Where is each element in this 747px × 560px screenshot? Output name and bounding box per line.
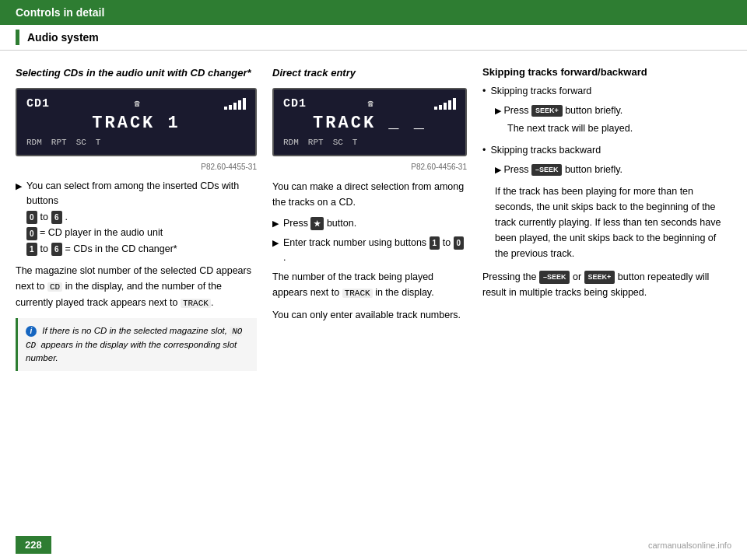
mono-nocd: NO CD bbox=[26, 327, 242, 350]
right-bullet-2: • Skipping tracks backward bbox=[482, 143, 731, 158]
left-bullet-1: ▶ You can select from among the inserted… bbox=[16, 179, 257, 258]
info-text: If there is no CD in the selected magazi… bbox=[26, 326, 242, 362]
display-top-2: CD1 ☎ bbox=[283, 97, 456, 110]
cd-label-2: CD1 bbox=[283, 97, 307, 110]
cd-label-1: CD1 bbox=[26, 97, 50, 110]
star-btn: ★ bbox=[310, 217, 324, 230]
sub-header-accent bbox=[16, 30, 19, 45]
btn-range: 0 to 6 . bbox=[26, 210, 257, 225]
phone-icon-2: ☎ bbox=[367, 98, 373, 110]
t-2: T bbox=[352, 138, 358, 147]
track-text-1: TRACK 1 bbox=[26, 114, 246, 133]
sub-bullet-1: ▶ Press SEEK+ button briefly. bbox=[495, 103, 731, 118]
mid-column: Direct track entry CD1 ☎ TRACK _ _ RDM R… bbox=[272, 66, 467, 541]
btn-note1: 0 = CD player in the audio unit bbox=[26, 226, 257, 240]
watermark: carmanualsonline.info bbox=[648, 541, 731, 550]
right-column: Skipping tracks forward/backward • Skipp… bbox=[482, 66, 731, 541]
left-body: ▶ You can select from among the inserted… bbox=[16, 179, 257, 371]
rpt-2: RPT bbox=[308, 138, 324, 147]
left-paragraph-1: The magazine slot number of the selected… bbox=[16, 263, 257, 310]
right-bullet-1-label: Skipping tracks forward bbox=[490, 84, 591, 99]
cd-display-2: CD1 ☎ TRACK _ _ RDM RPT SC T bbox=[272, 88, 467, 156]
btn-zero-mid: 0 bbox=[454, 236, 465, 250]
page-number: 228 bbox=[16, 536, 51, 554]
signal-bars-1 bbox=[224, 98, 246, 110]
mid-bullet-2-text: Enter track number using buttons 1 to 0 … bbox=[283, 236, 467, 265]
display-top-1: CD1 ☎ bbox=[26, 97, 246, 110]
bar4-2 bbox=[448, 100, 451, 110]
right-paragraph-2: If the track has been playing for more t… bbox=[495, 184, 731, 261]
arrow-1: ▶ bbox=[16, 180, 22, 258]
sub-bullet-1-note: The next track will be played. bbox=[507, 121, 731, 136]
rdm-1: RDM bbox=[26, 138, 42, 147]
right-bullet-1: • Skipping tracks forward bbox=[482, 84, 731, 99]
sub-bullet-2: ▶ Press –SEEK button briefly. bbox=[495, 163, 731, 177]
arrow-mid-2: ▶ bbox=[272, 236, 279, 265]
seek-plus-btn-2: SEEK+ bbox=[584, 271, 615, 283]
arrow-mid-1: ▶ bbox=[272, 217, 279, 231]
right-paragraph-3: Pressing the –SEEK or SEEK+ button repea… bbox=[482, 269, 731, 300]
right-section-title: Skipping tracks forward/backward bbox=[482, 66, 731, 78]
main-content: Selecting CDs in the audio unit with CD … bbox=[0, 51, 747, 548]
mid-bullet-1-text: Press ★ button. bbox=[283, 216, 356, 231]
header-bar: Controls in detail bbox=[0, 0, 747, 25]
left-section-title: Selecting CDs in the audio unit with CD … bbox=[16, 66, 257, 80]
display-caption-2: P82.60-4456-31 bbox=[272, 163, 467, 171]
mid-paragraph-1: You can make a direct selection from amo… bbox=[272, 179, 467, 210]
rdm-2: RDM bbox=[283, 138, 299, 147]
track-text-2: TRACK _ _ bbox=[283, 114, 456, 133]
left-column: Selecting CDs in the audio unit with CD … bbox=[16, 66, 257, 541]
btn-note2: 1 to 6 = CDs in the CD changer* bbox=[26, 242, 257, 257]
bar1-2 bbox=[434, 107, 437, 110]
mono-track-mid: TRACK bbox=[342, 289, 373, 298]
arrow-right-1: ▶ bbox=[495, 106, 501, 115]
rpt-1: RPT bbox=[51, 138, 67, 147]
seek-minus-btn-2: –SEEK bbox=[539, 271, 570, 283]
bar1 bbox=[224, 107, 227, 110]
bottom-row-1: RDM RPT SC T bbox=[26, 138, 246, 147]
bar5 bbox=[243, 98, 246, 110]
left-bullet-1-text: You can select from among the inserted C… bbox=[26, 179, 257, 258]
mono-cd: CD bbox=[47, 282, 62, 292]
right-bullet-2-label: Skipping tracks backward bbox=[490, 143, 601, 158]
bar2 bbox=[229, 105, 232, 110]
mono-track: TRACK bbox=[181, 299, 211, 308]
btn-six-2: 6 bbox=[51, 243, 62, 256]
seek-minus-btn: –SEEK bbox=[531, 164, 563, 177]
bottom-row-2: RDM RPT SC T bbox=[283, 138, 456, 147]
display-caption-1: P82.60-4455-31 bbox=[16, 163, 257, 171]
header-title: Controls in detail bbox=[16, 6, 104, 19]
bar4 bbox=[238, 100, 241, 110]
seek-plus-btn: SEEK+ bbox=[531, 105, 563, 117]
bar3 bbox=[233, 103, 237, 110]
sc-1: SC bbox=[76, 138, 86, 147]
btn-zero: 0 bbox=[26, 211, 37, 224]
info-box: i If there is no CD in the selected maga… bbox=[16, 318, 257, 371]
btn-zero-2: 0 bbox=[26, 227, 37, 240]
btn-six: 6 bbox=[51, 211, 62, 224]
bar3-2 bbox=[444, 103, 447, 110]
btn-one-mid: 1 bbox=[430, 236, 440, 250]
mid-section-title: Direct track entry bbox=[272, 66, 467, 80]
mid-paragraph-2: The number of the track being played app… bbox=[272, 269, 467, 301]
info-icon: i bbox=[26, 326, 37, 337]
btn-one: 1 bbox=[26, 243, 37, 256]
sub-header: Audio system bbox=[0, 25, 747, 51]
mid-bullet-2: ▶ Enter track number using buttons 1 to … bbox=[272, 236, 467, 265]
footer: 228 carmanualsonline.info bbox=[0, 530, 747, 560]
cd-display-1: CD1 ☎ TRACK 1 RDM RPT SC T bbox=[16, 88, 257, 156]
sc-2: SC bbox=[333, 138, 343, 147]
signal-bars-2 bbox=[434, 98, 456, 110]
mid-paragraph-3: You can only enter available track numbe… bbox=[272, 307, 467, 323]
mid-bullet-1: ▶ Press ★ button. bbox=[272, 216, 467, 231]
bar5-2 bbox=[453, 98, 456, 110]
arrow-right-2: ▶ bbox=[495, 165, 501, 174]
phone-icon-1: ☎ bbox=[134, 98, 139, 110]
sub-header-title: Audio system bbox=[27, 31, 99, 44]
bar2-2 bbox=[439, 105, 442, 110]
t-1: T bbox=[96, 138, 101, 147]
